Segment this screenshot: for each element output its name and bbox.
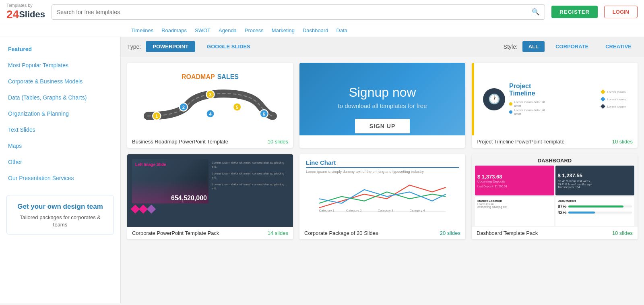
search-icon-button[interactable]: 🔍 xyxy=(527,8,545,16)
svg-text:Category 3: Category 3 xyxy=(378,209,394,212)
search-bar: 🔍 xyxy=(52,4,545,20)
template-card-0[interactable]: ROADMAP SALES 1 2 3 4 5 6 xyxy=(127,63,293,148)
template-card-5[interactable]: DASHBOARD $ 1,373.68 Upcoming Deposits L… xyxy=(472,154,638,239)
sidebar-nav: FeaturedMost Popular TemplatesCorporate … xyxy=(0,37,120,190)
tag-bar: TimelinesRoadmapsSWOTAgendaProcessMarket… xyxy=(0,24,644,37)
template-card-4[interactable]: Line Chart Lorem ipsum is simply dummy t… xyxy=(299,154,465,239)
signup-button[interactable]: SIGN UP xyxy=(355,119,410,133)
style-label: Style: xyxy=(504,44,518,50)
svg-text:2: 2 xyxy=(182,105,184,110)
svg-text:Category 2: Category 2 xyxy=(346,209,361,212)
search-input[interactable] xyxy=(52,9,527,15)
main-layout: FeaturedMost Popular TemplatesCorporate … xyxy=(0,37,644,303)
tag-marketing[interactable]: Marketing xyxy=(269,27,297,34)
card-thumb-1: Signup now to download all templates for… xyxy=(299,63,465,135)
card-thumb-3: Left Image Slide 654,520,000 Lorem ipsum… xyxy=(127,154,293,227)
card-thumb-4: Line Chart Lorem ipsum is simply dummy t… xyxy=(299,154,465,227)
card-thumb-0: ROADMAP SALES 1 2 3 4 5 6 xyxy=(127,63,293,135)
tag-agenda[interactable]: Agenda xyxy=(216,27,239,34)
svg-text:3: 3 xyxy=(209,92,211,97)
sidebar-item-2[interactable]: Corporate & Business Models xyxy=(0,73,120,89)
template-card-2[interactable]: 🕐 Project Timeline Lorem ipsum dolor sit… xyxy=(472,63,638,148)
style-corporate-button[interactable]: CORPORATE xyxy=(549,41,594,52)
card-slides-3: 14 slides xyxy=(268,230,288,236)
svg-text:Category 1: Category 1 xyxy=(319,209,334,212)
logo: Templates by 24 Slides xyxy=(6,3,45,21)
svg-text:4: 4 xyxy=(209,112,212,116)
topbar: Templates by 24 Slides 🔍 REGISTER LOGIN xyxy=(0,0,644,24)
sidebar-promo: Get your own design team Tailored packag… xyxy=(6,195,114,234)
tag-data[interactable]: Data xyxy=(334,27,350,34)
tag-process[interactable]: Process xyxy=(242,27,266,34)
logo-number: 24 xyxy=(6,8,19,21)
sidebar-item-4[interactable]: Organization & Planning xyxy=(0,106,120,122)
register-button[interactable]: REGISTER xyxy=(551,6,597,18)
tag-swot[interactable]: SWOT xyxy=(192,27,213,34)
card-slides-4: 20 slides xyxy=(440,230,460,236)
sidebar: FeaturedMost Popular TemplatesCorporate … xyxy=(0,37,121,303)
sidebar-item-5[interactable]: Text Slides xyxy=(0,122,120,138)
template-card-1[interactable]: Signup now to download all templates for… xyxy=(299,63,465,148)
svg-text:5: 5 xyxy=(236,105,238,110)
logo-name: Slides xyxy=(19,9,45,20)
tag-timelines[interactable]: Timelines xyxy=(129,27,156,34)
card-thumb-2: 🕐 Project Timeline Lorem ipsum dolor sit… xyxy=(472,63,638,135)
logo-by: Templates by xyxy=(6,3,45,8)
card-title-3: Corporate PowerPoint Template Pack xyxy=(132,230,219,236)
sidebar-item-8[interactable]: Our Presentation Services xyxy=(0,170,120,186)
promo-title: Get your own design team xyxy=(12,203,108,211)
promo-sub: Tailored packages for corporates & teams xyxy=(12,214,108,228)
card-thumb-5: DASHBOARD $ 1,373.68 Upcoming Deposits L… xyxy=(472,154,638,227)
filter-bar: Type: POWERPOINT GOOGLE SLIDES Style: AL… xyxy=(121,37,644,56)
card-info-2: Project Timeline PowerPoint Template10 s… xyxy=(472,135,638,148)
sidebar-item-6[interactable]: Maps xyxy=(0,138,120,154)
card-slides-2: 10 slides xyxy=(612,139,633,145)
svg-text:1: 1 xyxy=(155,114,158,118)
login-button[interactable]: LOGIN xyxy=(604,6,638,18)
svg-text:6: 6 xyxy=(262,112,265,116)
tag-dashboard[interactable]: Dashboard xyxy=(300,27,331,34)
content-area: Type: POWERPOINT GOOGLE SLIDES Style: AL… xyxy=(121,37,644,303)
card-title-2: Project Timeline PowerPoint Template xyxy=(477,139,565,145)
card-title-5: Dashboard Template Pack xyxy=(477,230,538,236)
type-label: Type: xyxy=(127,44,141,50)
card-info-3: Corporate PowerPoint Template Pack14 sli… xyxy=(127,227,293,239)
powerpoint-button[interactable]: POWERPOINT xyxy=(146,41,195,52)
template-grid: ROADMAP SALES 1 2 3 4 5 6 xyxy=(121,56,644,246)
card-slides-5: 10 slides xyxy=(612,230,633,236)
sidebar-item-1[interactable]: Most Popular Templates xyxy=(0,57,120,73)
google-slides-button[interactable]: GOOGLE SLIDES xyxy=(200,41,257,52)
tag-roadmaps[interactable]: Roadmaps xyxy=(159,27,189,34)
card-title-0: Business Roadmap PowerPoint Template xyxy=(132,139,228,145)
card-title-4: Corporate Package of 20 Slides xyxy=(304,230,378,236)
sidebar-item-0[interactable]: Featured xyxy=(0,41,120,57)
style-creative-button[interactable]: CREATIVE xyxy=(599,41,638,52)
sidebar-item-3[interactable]: Data (Tables, Graphs & Charts) xyxy=(0,89,120,106)
sidebar-item-7[interactable]: Other xyxy=(0,154,120,170)
card-info-4: Corporate Package of 20 Slides20 slides xyxy=(299,227,465,239)
svg-text:Category 4: Category 4 xyxy=(410,209,425,212)
template-card-3[interactable]: Left Image Slide 654,520,000 Lorem ipsum… xyxy=(127,154,293,239)
card-slides-0: 10 slides xyxy=(268,139,288,145)
card-info-0: Business Roadmap PowerPoint Template10 s… xyxy=(127,135,293,148)
card-info-5: Dashboard Template Pack10 slides xyxy=(472,227,638,239)
style-all-button[interactable]: ALL xyxy=(522,41,545,52)
